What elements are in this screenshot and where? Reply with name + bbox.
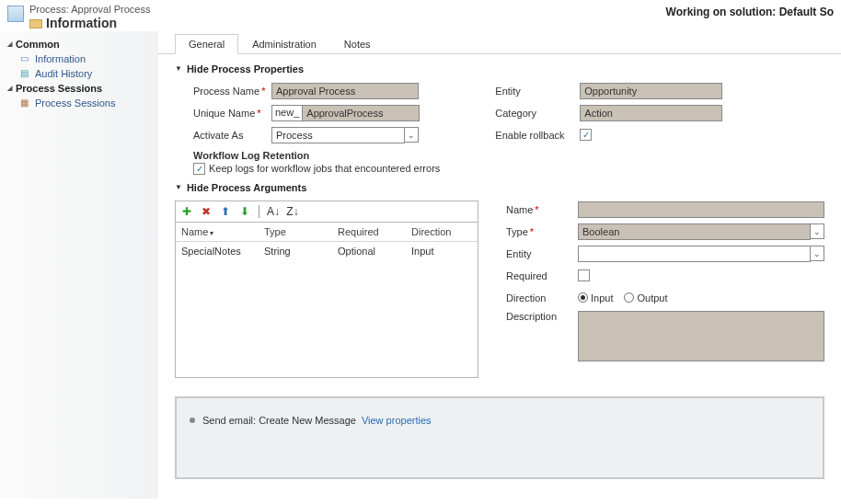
toolbar-separator — [259, 205, 259, 218]
entity-input — [580, 83, 722, 99]
view-properties-link[interactable]: View properties — [362, 415, 432, 426]
keep-logs-label: Keep logs for workflow jobs that encount… — [209, 163, 440, 174]
col-direction[interactable]: Direction — [406, 223, 470, 241]
page-title: Information — [46, 16, 117, 31]
process-name-input[interactable] — [271, 83, 419, 99]
solution-label: Working on solution: Default So — [666, 4, 834, 31]
arg-required-label: Required — [506, 270, 578, 281]
keep-logs-checkbox[interactable]: ✓ — [193, 163, 205, 175]
cell-name: SpecialNotes — [176, 242, 259, 260]
tab-administration[interactable]: Administration — [238, 34, 330, 54]
unique-name-label: Unique Name* — [193, 108, 271, 119]
col-required[interactable]: Required — [332, 223, 406, 241]
workflow-log-heading: Workflow Log Retention — [193, 150, 440, 161]
sidebar-item-information[interactable]: ▭ Information — [6, 52, 152, 66]
cell-type: String — [259, 242, 332, 260]
entity-label: Entity — [495, 86, 580, 97]
sort-asc-icon[interactable]: A↓ — [266, 204, 281, 219]
process-steps-panel[interactable]: Send email: Create New Message View prop… — [175, 396, 824, 479]
direction-input-label: Input — [591, 292, 613, 304]
chevron-down-icon[interactable]: ⌄ — [810, 223, 824, 239]
chevron-down-icon[interactable]: ⌄ — [404, 127, 419, 143]
category-input — [580, 105, 722, 121]
sidebar-item-label: Audit History — [35, 68, 92, 79]
arg-entity-label: Entity — [506, 248, 578, 259]
step-text: Send email: Create New Message — [202, 415, 356, 426]
info-icon: ▭ — [18, 53, 29, 64]
sessions-icon: ▦ — [18, 97, 29, 109]
arg-name-input[interactable] — [578, 201, 824, 218]
activate-as-label: Activate As — [193, 130, 271, 141]
direction-output-radio[interactable] — [624, 292, 634, 303]
sidebar-heading-common[interactable]: Common — [6, 37, 152, 52]
direction-input-radio[interactable] — [578, 292, 588, 303]
step-row[interactable]: Send email: Create New Message View prop… — [190, 415, 810, 426]
sidebar-item-process-sessions[interactable]: ▦ Process Sessions — [6, 96, 152, 110]
process-header-icon — [7, 6, 24, 22]
activate-as-select[interactable]: Process — [271, 127, 405, 143]
move-down-icon[interactable]: ⬇ — [237, 204, 252, 219]
audit-icon: ▤ — [18, 68, 29, 79]
sidebar-item-label: Information — [35, 53, 86, 64]
arg-required-checkbox[interactable] — [578, 269, 590, 281]
cell-direction: Input — [406, 242, 470, 260]
arg-description-input[interactable] — [578, 311, 824, 361]
args-toolbar: ✚ ✖ ⬆ ⬇ A↓ Z↓ — [175, 200, 478, 222]
direction-output-label: Output — [637, 292, 667, 304]
col-name[interactable]: Name — [176, 223, 259, 241]
section-process-properties[interactable]: Hide Process Properties — [175, 63, 824, 74]
arg-direction-label: Direction — [506, 292, 578, 304]
sidebar-item-label: Process Sessions — [35, 97, 115, 109]
cell-required: Optional — [332, 242, 406, 260]
arg-type-select[interactable]: Boolean — [578, 223, 811, 240]
table-row[interactable]: SpecialNotes String Optional Input — [176, 242, 478, 260]
process-breadcrumb: Process: Approval Process — [29, 4, 150, 16]
enable-rollback-label: Enable rollback — [495, 130, 580, 141]
sort-desc-icon[interactable]: Z↓ — [285, 204, 300, 219]
chevron-down-icon[interactable]: ⌄ — [810, 246, 824, 261]
arg-type-label: Type* — [506, 226, 578, 237]
arg-description-label: Description — [506, 311, 578, 322]
arguments-grid[interactable]: Name Type Required Direction SpecialNote… — [175, 222, 478, 378]
add-icon[interactable]: ✚ — [179, 204, 194, 219]
enable-rollback-checkbox[interactable]: ✓ — [580, 129, 592, 141]
sidebar-heading-sessions[interactable]: Process Sessions — [6, 81, 152, 96]
arg-name-label: Name* — [506, 204, 578, 215]
col-type[interactable]: Type — [259, 223, 332, 241]
process-name-label: Process Name* — [193, 86, 271, 97]
move-up-icon[interactable]: ⬆ — [218, 204, 233, 219]
category-label: Category — [495, 108, 580, 119]
tab-general[interactable]: General — [175, 34, 238, 54]
delete-icon[interactable]: ✖ — [199, 204, 213, 219]
bullet-icon — [190, 418, 195, 423]
unique-name-input[interactable] — [302, 105, 420, 121]
tab-notes[interactable]: Notes — [330, 34, 385, 54]
sidebar-item-audit-history[interactable]: ▤ Audit History — [6, 66, 152, 81]
arg-entity-select[interactable] — [578, 246, 811, 262]
unique-name-prefix: new_ — [271, 105, 302, 121]
section-process-arguments[interactable]: Hide Process Arguments — [175, 182, 824, 193]
information-icon — [29, 19, 42, 29]
